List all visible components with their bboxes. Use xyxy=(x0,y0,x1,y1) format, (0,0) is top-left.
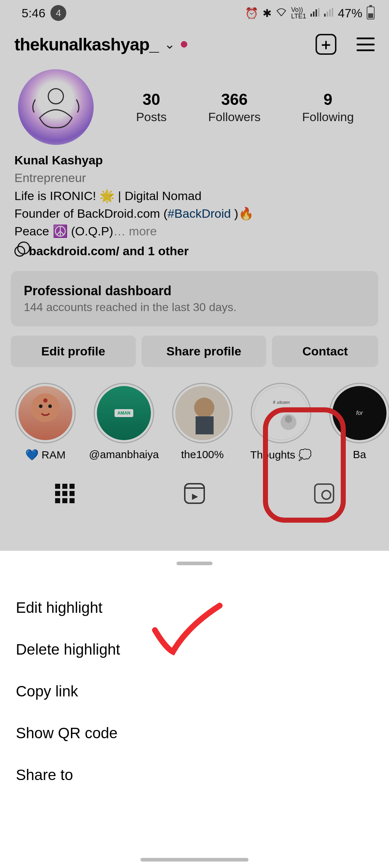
sheet-delete-highlight[interactable]: Delete highlight xyxy=(0,629,389,670)
stat-label: Following xyxy=(302,110,354,124)
highlight-label: @amanbhaiya xyxy=(89,448,159,461)
svg-point-10 xyxy=(39,404,43,408)
highlight-label: Ba xyxy=(353,448,366,461)
grid-icon xyxy=(55,484,75,503)
tab-tagged[interactable] xyxy=(259,479,389,508)
stats-followers[interactable]: 366 Followers xyxy=(208,90,260,124)
link-icon xyxy=(12,244,27,259)
menu-button[interactable] xyxy=(357,37,375,51)
svg-point-12 xyxy=(43,398,48,403)
highlight-label: 💙 RAM xyxy=(25,448,66,461)
svg-point-11 xyxy=(48,404,52,408)
bio-hashtag[interactable]: #BackDroid xyxy=(167,207,231,220)
stat-number: 9 xyxy=(302,90,354,108)
stats-following[interactable]: 9 Following xyxy=(302,90,354,124)
svg-rect-5 xyxy=(327,12,328,17)
bio-link[interactable]: backdroid.com/ and 1 other xyxy=(14,242,375,260)
sheet-handle[interactable] xyxy=(176,562,213,565)
professional-dashboard[interactable]: Professional dashboard 144 accounts reac… xyxy=(11,271,378,326)
svg-rect-1 xyxy=(313,12,314,17)
network-lte-icon: Vo))LTE1 xyxy=(291,6,306,19)
svg-point-8 xyxy=(48,89,63,104)
bio-more-button[interactable]: more xyxy=(129,224,157,238)
highlight-item[interactable]: for Ba xyxy=(327,383,389,461)
svg-rect-0 xyxy=(310,14,312,17)
share-profile-button[interactable]: Share profile xyxy=(142,336,267,367)
dashboard-title: Professional dashboard xyxy=(24,283,365,298)
stat-number: 30 xyxy=(136,90,167,108)
svg-rect-2 xyxy=(316,9,317,17)
edit-profile-button[interactable]: Edit profile xyxy=(11,336,136,367)
display-name: Kunal Kashyap xyxy=(14,151,375,169)
sheet-edit-highlight[interactable]: Edit highlight xyxy=(0,587,389,629)
highlight-label: Thoughts 💭 xyxy=(250,448,312,461)
profile-avatar[interactable] xyxy=(18,69,94,145)
highlight-item[interactable]: 💙 RAM xyxy=(13,383,78,461)
stat-label: Posts xyxy=(136,110,167,124)
create-button[interactable]: ＋ xyxy=(316,34,336,55)
reels-icon xyxy=(184,483,205,504)
highlight-item[interactable]: मैं अकेलापन Thoughts 💭 xyxy=(249,383,313,461)
bio-section: Kunal Kashyap Entrepreneur Life is IRONI… xyxy=(0,145,389,260)
tab-reels[interactable] xyxy=(130,479,259,508)
svg-rect-3 xyxy=(318,8,319,17)
svg-point-9 xyxy=(31,393,60,422)
stat-number: 366 xyxy=(208,90,260,108)
svg-text:मैं अकेलापन: मैं अकेलापन xyxy=(273,400,290,405)
bio-text: Peace ☮️ (O.Q.P) xyxy=(14,224,113,238)
stat-label: Followers xyxy=(208,110,260,124)
svg-rect-6 xyxy=(329,9,331,17)
highlight-label: the100% xyxy=(181,448,224,461)
svg-point-19 xyxy=(285,416,292,423)
bio-category: Entrepreneur xyxy=(14,169,375,187)
battery-icon xyxy=(367,6,375,19)
contact-button[interactable]: Contact xyxy=(272,336,378,367)
battery-percent: 47% xyxy=(338,6,362,20)
status-bar: 5:46 4 ⏰ ✱ Vo))LTE1 47% xyxy=(0,0,389,23)
svg-rect-15 xyxy=(196,416,214,434)
bio-line: Life is IRONIC! 🌟 | Digital Nomad xyxy=(14,187,375,205)
bio-line: Founder of BackDroid.com (#BackDroid )🔥 xyxy=(14,205,375,222)
svg-point-14 xyxy=(194,398,214,418)
svg-rect-4 xyxy=(324,14,326,17)
highlight-item[interactable]: AMAN @amanbhaiya xyxy=(91,383,156,461)
wifi-icon xyxy=(276,7,287,19)
highlights-row[interactable]: 💙 RAM AMAN @amanbhaiya the100% मैं अकेला… xyxy=(0,367,389,461)
bio-text: )🔥 xyxy=(231,207,254,220)
sheet-show-qr[interactable]: Show QR code xyxy=(0,712,389,754)
highlight-item[interactable]: the100% xyxy=(170,383,235,461)
bio-ellipsis: … xyxy=(113,224,129,238)
signal-icon-2 xyxy=(324,7,334,19)
username-label: thekunalkashyap_ xyxy=(14,35,158,54)
alarm-icon: ⏰ xyxy=(245,7,258,19)
home-indicator[interactable] xyxy=(140,858,249,862)
status-notif-count: 4 xyxy=(50,5,66,21)
bio-line: Peace ☮️ (O.Q.P)… more xyxy=(14,222,375,240)
bio-text: Founder of BackDroid.com ( xyxy=(14,207,167,220)
stats-posts[interactable]: 30 Posts xyxy=(136,90,167,124)
chevron-down-icon: ⌄ xyxy=(164,37,175,52)
tab-grid[interactable] xyxy=(0,479,130,508)
status-time: 5:46 xyxy=(22,6,45,20)
signal-icon xyxy=(310,7,320,19)
username-switcher[interactable]: thekunalkashyap_ ⌄ xyxy=(14,35,187,54)
bio-link-text: backdroid.com/ and 1 other xyxy=(29,242,189,260)
action-sheet: Edit highlight Delete highlight Copy lin… xyxy=(0,551,389,868)
sheet-copy-link[interactable]: Copy link xyxy=(0,670,389,712)
dashboard-subtitle: 144 accounts reached in the last 30 days… xyxy=(24,301,365,314)
bluetooth-icon: ✱ xyxy=(263,7,272,19)
sheet-share-to[interactable]: Share to xyxy=(0,754,389,796)
notification-dot-icon xyxy=(181,41,187,48)
svg-rect-7 xyxy=(332,8,333,17)
tagged-icon xyxy=(314,483,334,504)
svg-rect-16 xyxy=(254,386,308,440)
